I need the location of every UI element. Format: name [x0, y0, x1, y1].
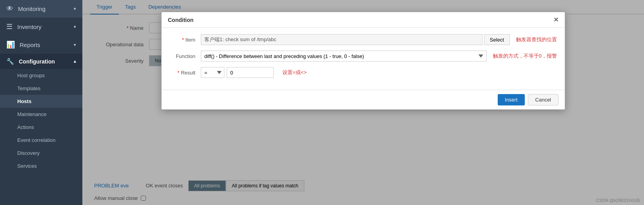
modal-overlay: Condition ✕ Item Select 触发器查找的位置 Functio…	[82, 0, 644, 205]
monitoring-arrow-icon: ▾	[74, 6, 76, 11]
sidebar-item-hosts[interactable]: Hosts	[0, 95, 82, 108]
function-row: Function diff() - Difference between las…	[169, 51, 557, 62]
sidebar-item-discovery[interactable]: Discovery	[0, 147, 82, 160]
function-select-group: diff() - Difference between last and pre…	[201, 51, 557, 62]
modal-body: Item Select 触发器查找的位置 Function diff() - D…	[162, 28, 565, 90]
item-label: Item	[169, 37, 201, 43]
result-operator-select[interactable]: =	[201, 67, 224, 78]
modal-title: Condition	[168, 17, 193, 23]
sidebar-monitoring-label: Monitoring	[18, 5, 45, 12]
sidebar-item-monitoring[interactable]: 👁 Monitoring ▾	[0, 0, 82, 18]
config-arrow-icon: ▴	[74, 59, 76, 64]
result-value-input[interactable]	[227, 67, 274, 78]
sidebar-item-inventory[interactable]: ☰ Inventory ▾	[0, 18, 82, 36]
sidebar-item-event-correlation[interactable]: Event correlation	[0, 134, 82, 147]
sidebar-item-host-groups[interactable]: Host groups	[0, 69, 82, 82]
actions-label: Actions	[17, 124, 34, 130]
modal-header: Condition ✕	[162, 12, 565, 28]
services-label: Services	[17, 163, 37, 169]
inventory-arrow-icon: ▾	[74, 24, 76, 29]
main-content: Trigger Tags Dependencies Name Operation…	[82, 0, 644, 205]
result-group: = 设置=或<>	[201, 67, 307, 78]
eye-icon: 👁	[6, 5, 13, 13]
insert-button[interactable]: Insert	[498, 94, 525, 105]
select-button[interactable]: Select	[484, 34, 510, 45]
config-icon: 🔧	[6, 58, 14, 65]
hosts-label: Hosts	[17, 98, 31, 104]
sidebar-inventory-label: Inventory	[17, 24, 42, 30]
item-text-input[interactable]	[201, 34, 482, 45]
cancel-button[interactable]: Cancel	[528, 94, 558, 105]
condition-modal: Condition ✕ Item Select 触发器查找的位置 Functio…	[161, 12, 565, 110]
item-input-group: Select 触发器查找的位置	[201, 34, 557, 45]
function-select[interactable]: diff() - Difference between last and pre…	[201, 51, 487, 62]
sidebar-reports-label: Reports	[20, 42, 40, 48]
modal-footer: Insert Cancel	[162, 90, 565, 109]
sidebar-configuration-label: Configuration	[19, 58, 55, 65]
templates-label: Templates	[17, 85, 40, 91]
result-label: Result	[169, 70, 201, 76]
sidebar-item-templates[interactable]: Templates	[0, 82, 82, 95]
result-annotation: 设置=或<>	[282, 69, 307, 76]
sidebar-item-actions[interactable]: Actions	[0, 121, 82, 134]
sidebar: 👁 Monitoring ▾ ☰ Inventory ▾ 📊 Reports ▾…	[0, 0, 82, 205]
host-groups-label: Host groups	[17, 73, 45, 78]
sidebar-item-services[interactable]: Services	[0, 160, 82, 172]
inventory-icon: ☰	[6, 22, 13, 31]
item-row: Item Select 触发器查找的位置	[169, 34, 557, 45]
sidebar-item-maintenance[interactable]: Maintenance	[0, 108, 82, 121]
maintenance-label: Maintenance	[17, 111, 46, 117]
discovery-label: Discovery	[17, 150, 40, 156]
sidebar-item-configuration[interactable]: 🔧 Configuration ▴	[0, 54, 82, 69]
function-label: Function	[169, 53, 201, 59]
function-annotation: 触发的方式，不等于0，报警	[493, 53, 557, 60]
event-correlation-label: Event correlation	[17, 137, 56, 143]
reports-arrow-icon: ▾	[74, 42, 76, 47]
sidebar-item-reports[interactable]: 📊 Reports ▾	[0, 36, 82, 54]
modal-close-icon[interactable]: ✕	[553, 16, 558, 24]
result-row: Result = 设置=或<>	[169, 67, 557, 78]
item-annotation: 触发器查找的位置	[516, 36, 557, 43]
reports-icon: 📊	[6, 40, 15, 49]
